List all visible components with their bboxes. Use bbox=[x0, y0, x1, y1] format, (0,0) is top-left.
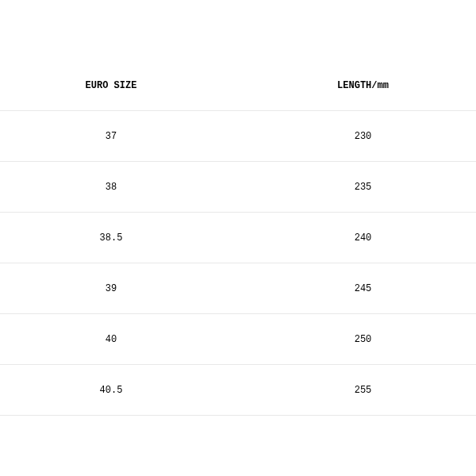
table-row: 38 235 bbox=[0, 162, 476, 213]
cell-value: 40 bbox=[40, 334, 182, 345]
cell-value: 37 bbox=[40, 131, 182, 142]
size-table: EURO SIZE LENGTH/mm 37 230 38 235 38.5 2… bbox=[0, 60, 476, 416]
cell-value: 240 bbox=[355, 232, 372, 244]
table-row: 40 250 bbox=[0, 314, 476, 365]
cell-euro-size: 40.5 bbox=[0, 385, 250, 396]
cell-length: 250 bbox=[250, 334, 476, 345]
cell-euro-size: 39 bbox=[0, 283, 250, 294]
cell-value: 230 bbox=[355, 131, 372, 142]
table-row: 37 230 bbox=[0, 111, 476, 162]
table-row: 38.5 240 bbox=[0, 213, 476, 263]
cell-length: 235 bbox=[250, 182, 476, 193]
table-header-row: EURO SIZE LENGTH/mm bbox=[0, 60, 476, 111]
cell-length: 230 bbox=[250, 131, 476, 142]
header-label: LENGTH/mm bbox=[337, 80, 389, 91]
cell-length: 240 bbox=[250, 232, 476, 244]
cell-value: 40.5 bbox=[40, 385, 182, 396]
table-row: 39 245 bbox=[0, 263, 476, 314]
cell-euro-size: 40 bbox=[0, 334, 250, 345]
cell-value: 39 bbox=[40, 283, 182, 294]
header-label: EURO SIZE bbox=[40, 80, 182, 91]
cell-length: 255 bbox=[250, 385, 476, 396]
cell-value: 250 bbox=[355, 334, 372, 345]
cell-value: 255 bbox=[355, 385, 372, 396]
header-euro-size: EURO SIZE bbox=[0, 80, 250, 91]
table-row: 40.5 255 bbox=[0, 365, 476, 416]
cell-value: 245 bbox=[355, 283, 372, 294]
cell-length: 245 bbox=[250, 283, 476, 294]
cell-euro-size: 38.5 bbox=[0, 232, 250, 244]
cell-value: 235 bbox=[355, 182, 372, 193]
cell-value: 38 bbox=[40, 182, 182, 193]
cell-euro-size: 38 bbox=[0, 182, 250, 193]
cell-value: 38.5 bbox=[40, 232, 182, 244]
cell-euro-size: 37 bbox=[0, 131, 250, 142]
header-length: LENGTH/mm bbox=[250, 80, 476, 91]
